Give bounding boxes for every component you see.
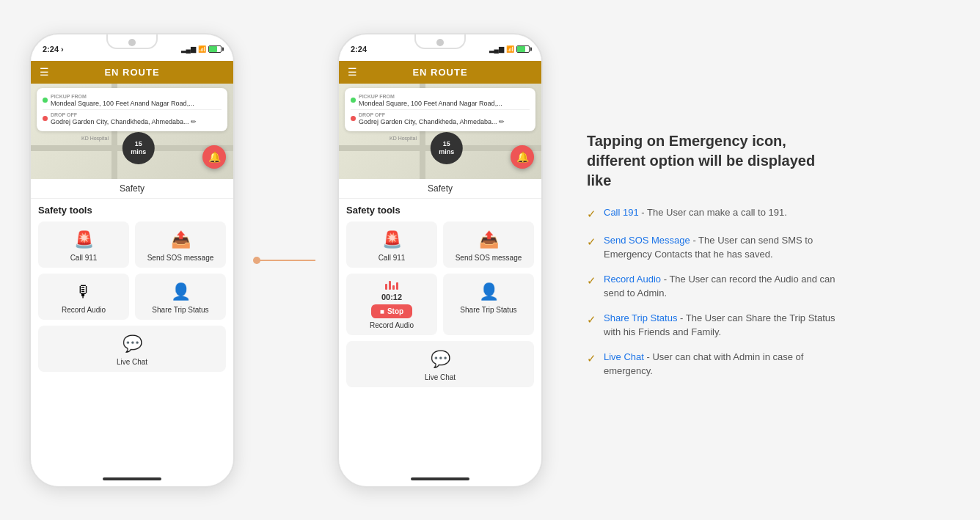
sos-icon-1: 📤 bbox=[171, 230, 191, 249]
pickup-label-2: PICKUP FROM bbox=[359, 94, 502, 99]
desc-text-2: Send SOS Message - The User can send SMS… bbox=[604, 233, 844, 262]
tool-chat-2[interactable]: 💬 Live Chat bbox=[346, 341, 534, 387]
sos-icon-2: 📤 bbox=[479, 230, 499, 249]
wifi-icon-2: 📶 bbox=[506, 45, 514, 53]
call911-label-1: Call 911 bbox=[70, 254, 98, 262]
battery-icon-1 bbox=[208, 45, 222, 53]
page-container: 2:24 › ▂▄▆ 📶 ☰ EN ROUTE Dantali KD Hospi… bbox=[0, 18, 980, 502]
desc-link-4: Share Trip Status bbox=[604, 312, 677, 323]
tool-grid-mid-2: 00:12 ■ Stop Record Audio 👤 Share Trip S… bbox=[346, 274, 534, 335]
status-time-2: 2:24 bbox=[351, 45, 367, 54]
emergency-btn-map-1[interactable]: 🔔 bbox=[202, 145, 226, 169]
tool-chat-1[interactable]: 💬 Live Chat bbox=[38, 326, 226, 372]
bottom-bar-1 bbox=[31, 472, 233, 486]
route-card-1: PICKUP FROM Mondeal Square, 100 Feet Ana… bbox=[37, 88, 227, 131]
dropoff-address-2: Godrej Garden City, Chandkheda, Ahmedaba… bbox=[359, 118, 505, 125]
desc-text-3: Record Audio - The User can record the A… bbox=[604, 272, 844, 301]
tool-sos-2[interactable]: 📤 Send SOS message bbox=[443, 221, 534, 268]
share-label-1: Share Trip Status bbox=[152, 306, 208, 314]
tool-call911-1[interactable]: 🚨 Call 911 bbox=[38, 221, 129, 268]
audio-bar-1 bbox=[385, 284, 387, 290]
app-header-title-1: EN ROUTE bbox=[104, 67, 159, 78]
dropoff-address-1: Godrej Garden City, Chandkheda, Ahmedaba… bbox=[51, 118, 197, 125]
chat-label-1: Live Chat bbox=[117, 358, 147, 366]
tool-grid-top-1: 🚨 Call 911 📤 Send SOS message bbox=[38, 221, 226, 268]
safety-tools-section-2: Safety tools 🚨 Call 911 📤 Send SOS messa… bbox=[339, 199, 541, 472]
app-header-2: ☰ EN ROUTE bbox=[339, 61, 541, 84]
desc-text-4: Share Trip Status - The User can Share t… bbox=[604, 311, 844, 340]
wifi-icon-1: 📶 bbox=[198, 45, 206, 53]
notch-1 bbox=[106, 34, 158, 49]
share-icon-2: 👤 bbox=[479, 282, 499, 301]
safety-tab-1[interactable]: Safety bbox=[31, 179, 233, 199]
map-label-2: KD Hospital bbox=[81, 136, 109, 141]
dropoff-dot-1 bbox=[43, 116, 48, 121]
pin-minutes-2: 15mins bbox=[431, 132, 463, 164]
tool-share-2[interactable]: 👤 Share Trip Status bbox=[443, 274, 534, 335]
call911-label-2: Call 911 bbox=[379, 254, 406, 262]
status-bar-1: 2:24 › ▂▄▆ 📶 bbox=[31, 34, 233, 61]
audio-bar-2 bbox=[389, 281, 391, 290]
record-label-2: Record Audio bbox=[370, 321, 414, 329]
connector-line bbox=[257, 260, 315, 261]
audio-bar-4 bbox=[396, 282, 398, 290]
map-pin-2: 15mins bbox=[431, 132, 463, 164]
chat-icon-2: 💬 bbox=[431, 350, 450, 369]
sos-label-2: Send SOS message bbox=[456, 254, 522, 262]
map-label-5: KD Hospital bbox=[390, 136, 417, 141]
share-icon-1: 👤 bbox=[171, 282, 191, 301]
description-heading: Tapping on Emergency icon, different opt… bbox=[587, 131, 844, 191]
check-icon-2: ✓ bbox=[587, 234, 596, 251]
pickup-label-1: PICKUP FROM bbox=[51, 94, 194, 99]
signal-icon-1: ▂▄▆ bbox=[181, 45, 196, 53]
call911-icon-2: 🚨 bbox=[382, 230, 402, 249]
camera-2 bbox=[436, 39, 444, 46]
dropoff-dot-2 bbox=[351, 116, 356, 121]
map-area-1: Dantali KD Hospital Bidaj PICKUP FROM Mo… bbox=[31, 84, 233, 179]
tool-sos-1[interactable]: 📤 Send SOS message bbox=[135, 221, 226, 268]
pin-minutes-1: 15mins bbox=[122, 132, 155, 164]
description-panel: Tapping on Emergency icon, different opt… bbox=[565, 117, 858, 403]
tool-record-1[interactable]: 🎙 Record Audio bbox=[38, 274, 129, 320]
status-icons-2: ▂▄▆ 📶 bbox=[489, 45, 530, 53]
hamburger-icon-1[interactable]: ☰ bbox=[40, 66, 49, 78]
record-icon-1: 🎙 bbox=[76, 282, 92, 301]
tool-grid-mid-1: 🎙 Record Audio 👤 Share Trip Status bbox=[38, 274, 226, 320]
chat-icon-1: 💬 bbox=[122, 334, 142, 354]
safety-tab-2[interactable]: Safety bbox=[339, 179, 541, 199]
desc-link-2: Send SOS Message bbox=[604, 235, 690, 246]
desc-item-1: ✓ Call 191 - The User can make a call to… bbox=[587, 205, 844, 223]
share-label-2: Share Trip Status bbox=[460, 306, 516, 314]
safety-tools-title-2: Safety tools bbox=[346, 205, 534, 216]
battery-icon-2 bbox=[516, 45, 530, 53]
status-icons-1: ▂▄▆ 📶 bbox=[181, 45, 222, 53]
desc-item-3: ✓ Record Audio - The User can record the… bbox=[587, 272, 844, 301]
bottom-bar-2 bbox=[339, 472, 541, 486]
app-header-title-2: EN ROUTE bbox=[412, 67, 467, 78]
signal-icon-2: ▂▄▆ bbox=[489, 45, 504, 53]
tool-grid-top-2: 🚨 Call 911 📤 Send SOS message bbox=[346, 221, 534, 268]
check-icon-1: ✓ bbox=[587, 206, 596, 223]
safety-tools-section-1: Safety tools 🚨 Call 911 📤 Send SOS messa… bbox=[31, 199, 233, 472]
record-label-1: Record Audio bbox=[62, 306, 106, 314]
status-bar-2: 2:24 ▂▄▆ 📶 bbox=[339, 34, 541, 61]
check-icon-4: ✓ bbox=[587, 312, 596, 329]
tool-share-1[interactable]: 👤 Share Trip Status bbox=[135, 274, 226, 320]
route-card-2: PICKUP FROM Mondeal Square, 100 Feet Ana… bbox=[345, 88, 535, 131]
desc-link-3: Record Audio bbox=[604, 274, 661, 285]
tool-record-active-2[interactable]: 00:12 ■ Stop Record Audio bbox=[346, 274, 437, 335]
desc-link-1: Call 191 bbox=[604, 207, 639, 218]
tool-call911-2[interactable]: 🚨 Call 911 bbox=[346, 221, 437, 268]
home-indicator-1 bbox=[103, 477, 161, 480]
hamburger-icon-2[interactable]: ☰ bbox=[348, 66, 357, 78]
stop-button-2[interactable]: ■ Stop bbox=[371, 304, 412, 318]
stop-icon-2: ■ bbox=[380, 307, 384, 315]
dropoff-label-2: DROP OFF bbox=[359, 112, 505, 117]
phone-1: 2:24 › ▂▄▆ 📶 ☰ EN ROUTE Dantali KD Hospi… bbox=[29, 33, 235, 488]
stop-label-2: Stop bbox=[387, 307, 403, 315]
pickup-dot-1 bbox=[43, 98, 48, 103]
desc-item-2: ✓ Send SOS Message - The User can send S… bbox=[587, 233, 844, 262]
emergency-btn-map-2[interactable]: 🔔 bbox=[511, 145, 534, 169]
desc-item-5: ✓ Live Chat - User can chat with Admin i… bbox=[587, 350, 844, 378]
audio-bars-2 bbox=[385, 279, 398, 290]
